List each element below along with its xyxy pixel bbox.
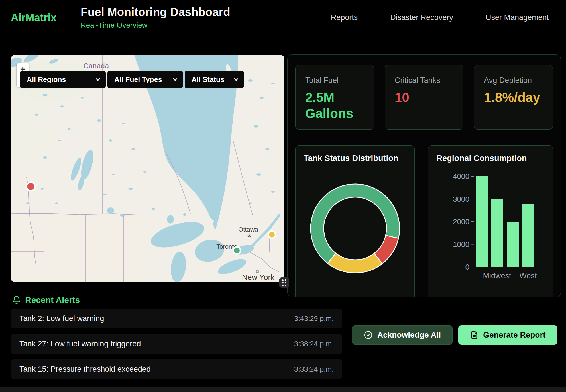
bottom-bar [0, 387, 566, 392]
title-block: Fuel Monitoring Dashboard Real-Time Over… [81, 6, 230, 30]
tank-status-chart-card: Tank Status Distribution [295, 145, 415, 297]
main-content: Canada Ottawa Toronto New York + − All R… [11, 54, 561, 297]
stat-card-avg-depletion: Avg Depletion 1.8%/day [474, 65, 553, 130]
stat-card-total-fuel: Total Fuel 2.5M Gallons [295, 65, 374, 130]
stat-value-avg-depletion: 1.8%/day [484, 89, 543, 105]
stat-value-total-fuel: 2.5M Gallons [305, 89, 364, 121]
nav-reports[interactable]: Reports [331, 13, 358, 22]
svg-text:0: 0 [465, 263, 469, 271]
alerts-title: Recent Alerts [25, 295, 80, 305]
alert-row: Tank 2: Low fuel warning 3:43:29 p.m. [11, 309, 342, 328]
dashboard-panel: Total Fuel 2.5M Gallons Critical Tanks 1… [287, 54, 561, 297]
document-icon [470, 331, 479, 339]
map-graphic: Canada Ottawa Toronto New York [11, 55, 284, 282]
stat-card-critical-tanks: Critical Tanks 10 [385, 65, 464, 130]
map-label-country: Canada [84, 62, 109, 70]
bar-chart: 01000200030004000MidwestWest [436, 165, 545, 283]
alert-timestamp: 3:38:24 p.m. [294, 340, 334, 348]
svg-text:3000: 3000 [453, 195, 469, 203]
fuel-type-filter-value: All Fuel Types [114, 75, 162, 84]
fuel-type-filter-dropdown[interactable]: All Fuel Types [107, 71, 183, 88]
bar-chart-title: Regional Consumption [436, 154, 545, 163]
stat-value-critical-tanks: 10 [395, 89, 454, 105]
drag-handle-icon[interactable] [279, 277, 289, 288]
generate-report-label: Generate Report [483, 330, 545, 340]
chevron-down-icon [96, 76, 100, 81]
map-marker-critical[interactable] [27, 182, 35, 191]
map-label-ottawa: Ottawa [238, 226, 258, 233]
acknowledge-all-label: Acknowledge All [377, 330, 441, 340]
alert-row: Tank 27: Low fuel warning triggered 3:38… [11, 334, 342, 354]
map-canvas[interactable]: Canada Ottawa Toronto New York [11, 55, 284, 282]
stats-row: Total Fuel 2.5M Gallons Critical Tanks 1… [295, 65, 553, 130]
app-logo: AirMatrix [11, 12, 81, 24]
charts-row: Tank Status Distribution Regional Consum… [295, 145, 553, 297]
main-nav: Reports Disaster Recovery User Managemen… [331, 13, 549, 22]
nav-user-management[interactable]: User Management [486, 13, 549, 22]
generate-report-button[interactable]: Generate Report [458, 325, 557, 345]
stat-label: Critical Tanks [395, 76, 454, 85]
map-label-new-york: New York [242, 273, 275, 282]
svg-text:4000: 4000 [453, 172, 469, 181]
alert-row: Tank 15: Pressure threshold exceeded 3:3… [11, 359, 342, 379]
alert-timestamp: 3:43:29 p.m. [294, 315, 334, 323]
status-filter-value: All Status [192, 75, 224, 84]
map-marker-normal[interactable] [233, 247, 241, 254]
region-filter-value: All Regions [27, 75, 66, 84]
svg-text:2000: 2000 [453, 217, 469, 226]
nav-disaster-recovery[interactable]: Disaster Recovery [390, 13, 453, 22]
regional-consumption-chart-card: Regional Consumption 01000200030004000Mi… [428, 145, 553, 297]
alerts-header: Recent Alerts [11, 294, 557, 306]
status-filter-dropdown[interactable]: All Status [185, 71, 244, 88]
map-marker-warning[interactable] [268, 231, 276, 238]
donut-chart-title: Tank Status Distribution [304, 154, 406, 163]
bell-icon [12, 295, 21, 305]
fuel-map[interactable]: Canada Ottawa Toronto New York + − All R… [11, 55, 284, 282]
app-header: AirMatrix Fuel Monitoring Dashboard Real… [0, 0, 566, 35]
acknowledge-all-button[interactable]: Acknowledge All [352, 325, 453, 345]
check-circle-icon [364, 330, 373, 340]
alert-timestamp: 3:33:24 p.m. [294, 365, 334, 373]
svg-text:Midwest: Midwest [483, 271, 511, 280]
page-title: Fuel Monitoring Dashboard [81, 6, 230, 19]
region-filter-dropdown[interactable]: All Regions [20, 71, 106, 88]
stat-label: Avg Depletion [484, 76, 543, 85]
svg-text:West: West [519, 271, 537, 280]
svg-text:1000: 1000 [453, 240, 469, 249]
chevron-down-icon [173, 76, 178, 81]
chevron-down-icon [234, 76, 239, 81]
alert-text: Tank 27: Low fuel warning triggered [19, 340, 141, 348]
recent-alerts-section: Recent Alerts Tank 2: Low fuel warning 3… [11, 294, 557, 379]
stat-label: Total Fuel [305, 76, 364, 85]
map-filters: All Regions All Fuel Types All Status [20, 71, 244, 88]
alert-actions: Acknowledge All Generate Report [352, 325, 557, 345]
alert-text: Tank 2: Low fuel warning [19, 314, 104, 323]
donut-chart [304, 182, 406, 275]
alert-text: Tank 15: Pressure threshold exceeded [19, 365, 151, 374]
alerts-list: Tank 2: Low fuel warning 3:43:29 p.m. Ta… [11, 309, 342, 379]
page-subtitle: Real-Time Overview [81, 21, 230, 30]
